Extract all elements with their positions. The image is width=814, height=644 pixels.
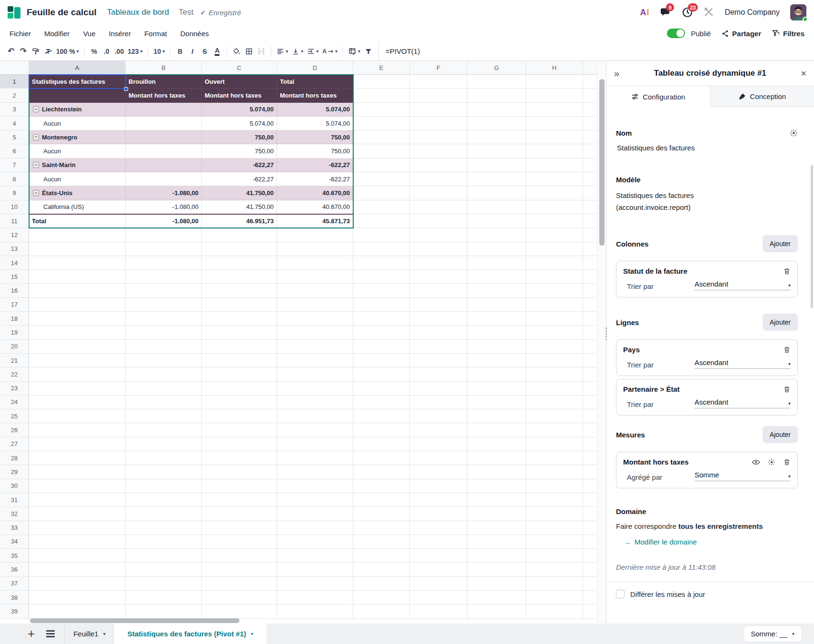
grid-cell[interactable]: [29, 340, 126, 354]
grid-cell[interactable]: [583, 172, 596, 186]
grid-cell[interactable]: [526, 130, 583, 144]
grid-cell[interactable]: [410, 507, 467, 521]
pivot-name-value[interactable]: Statistiques des factures: [616, 144, 798, 152]
grid-cell[interactable]: [526, 479, 583, 493]
grid-cell[interactable]: [467, 367, 526, 381]
grid-cell[interactable]: [202, 423, 277, 437]
column-header-F[interactable]: F: [410, 61, 467, 75]
grid-cell[interactable]: [353, 89, 410, 102]
grid-cell[interactable]: [202, 298, 277, 312]
grid-cell[interactable]: −Montenegro: [29, 130, 126, 144]
grid-cell[interactable]: Total: [277, 75, 353, 89]
grid-cell[interactable]: [583, 270, 596, 284]
grid-cell[interactable]: [410, 409, 467, 423]
grid-cell[interactable]: [353, 493, 410, 507]
grid-cell[interactable]: [353, 451, 410, 465]
horizontal-align-menu[interactable]: ▾: [275, 45, 290, 58]
grid-cell[interactable]: [277, 479, 353, 493]
grid-cell[interactable]: 40.670,00: [277, 200, 353, 214]
column-header-C[interactable]: C: [202, 61, 277, 75]
grid-cell[interactable]: [29, 563, 126, 576]
text-rotation-menu[interactable]: A ▾: [320, 45, 339, 58]
row-header-13[interactable]: 13: [0, 242, 29, 256]
grid-cell[interactable]: [353, 507, 410, 521]
grid-cell[interactable]: [467, 521, 526, 535]
grid-cell[interactable]: [29, 228, 126, 242]
grid-cell[interactable]: [467, 354, 526, 367]
grid-cell[interactable]: 5.074,00: [277, 117, 353, 130]
grid-cell[interactable]: [126, 340, 202, 354]
grid-cell[interactable]: [126, 493, 202, 507]
grid-cell[interactable]: [353, 521, 410, 535]
grid-cell[interactable]: [583, 437, 596, 451]
row-header-4[interactable]: 4: [0, 117, 29, 130]
grid-cell[interactable]: [583, 465, 596, 479]
column-header-D[interactable]: D: [277, 61, 353, 75]
grid-cell[interactable]: [526, 465, 583, 479]
grid-cell[interactable]: [126, 172, 202, 186]
grid-cell[interactable]: [583, 298, 596, 312]
grid-cell[interactable]: [583, 549, 596, 563]
grid-cell[interactable]: [467, 89, 526, 102]
row-header-32[interactable]: 32: [0, 507, 29, 521]
row-header-36[interactable]: 36: [0, 563, 29, 576]
grid-cell[interactable]: [583, 479, 596, 493]
row-header-39[interactable]: 39: [0, 604, 29, 618]
grid-cell[interactable]: [353, 298, 410, 312]
grid-cell[interactable]: [277, 396, 353, 409]
grid-cell[interactable]: [126, 465, 202, 479]
grid-cell[interactable]: [410, 270, 467, 284]
grid-cell[interactable]: [29, 591, 126, 604]
grid-cell[interactable]: [467, 437, 526, 451]
sheet-tab-feuille1[interactable]: Feuille1 ▾: [64, 624, 114, 644]
grid-cell[interactable]: [29, 242, 126, 256]
column-header-G[interactable]: G: [467, 61, 526, 75]
grid-cell[interactable]: [202, 228, 277, 242]
grid-cell[interactable]: [410, 367, 467, 381]
grid-cell[interactable]: [467, 479, 526, 493]
row-header-6[interactable]: 6: [0, 144, 29, 158]
grid-cell[interactable]: [126, 604, 202, 618]
grid-cell[interactable]: [126, 103, 202, 117]
row-header-26[interactable]: 26: [0, 423, 29, 437]
grid-cell[interactable]: [526, 144, 583, 158]
grid-cell[interactable]: [583, 89, 596, 102]
grid-cell[interactable]: [126, 284, 202, 297]
grid-cell[interactable]: [583, 312, 596, 326]
grid-cell[interactable]: [277, 340, 353, 354]
row-header-22[interactable]: 22: [0, 367, 29, 381]
grid-cell[interactable]: [202, 451, 277, 465]
grid-cell[interactable]: [410, 521, 467, 535]
row-header-18[interactable]: 18: [0, 312, 29, 326]
grid-cell[interactable]: [202, 604, 277, 618]
grid-cell[interactable]: [202, 465, 277, 479]
grid-cell[interactable]: [29, 437, 126, 451]
grid-cell[interactable]: [526, 591, 583, 604]
grid-cell[interactable]: [353, 409, 410, 423]
grid-cell[interactable]: [467, 493, 526, 507]
grid-cell[interactable]: [353, 200, 410, 214]
grid-cell[interactable]: [202, 326, 277, 339]
grid-cell[interactable]: [29, 298, 126, 312]
card-select[interactable]: Ascendant▾: [695, 398, 791, 408]
grid-cell[interactable]: -622,27: [277, 172, 353, 186]
grid-cell[interactable]: [583, 144, 596, 158]
grid-cell[interactable]: [410, 437, 467, 451]
grid-cell[interactable]: Montant hors taxes: [126, 89, 202, 102]
active-sheet-caret-icon[interactable]: ▾: [251, 631, 253, 636]
grid-cell[interactable]: [583, 242, 596, 256]
grid-cell[interactable]: [353, 270, 410, 284]
grid-cell[interactable]: [583, 117, 596, 130]
grid-cell[interactable]: [202, 354, 277, 367]
grid-cell[interactable]: [202, 535, 277, 549]
publish-toggle[interactable]: [667, 29, 685, 38]
grid-cell[interactable]: [202, 367, 277, 381]
grid-cell[interactable]: [353, 130, 410, 144]
row-header-10[interactable]: 10: [0, 200, 29, 214]
grid-cell[interactable]: [202, 409, 277, 423]
row-header-5[interactable]: 5: [0, 130, 29, 144]
app-logo-icon[interactable]: [8, 6, 21, 19]
grid-cell[interactable]: [277, 298, 353, 312]
grid-cell[interactable]: [277, 437, 353, 451]
undo-button[interactable]: ↶: [5, 45, 17, 58]
